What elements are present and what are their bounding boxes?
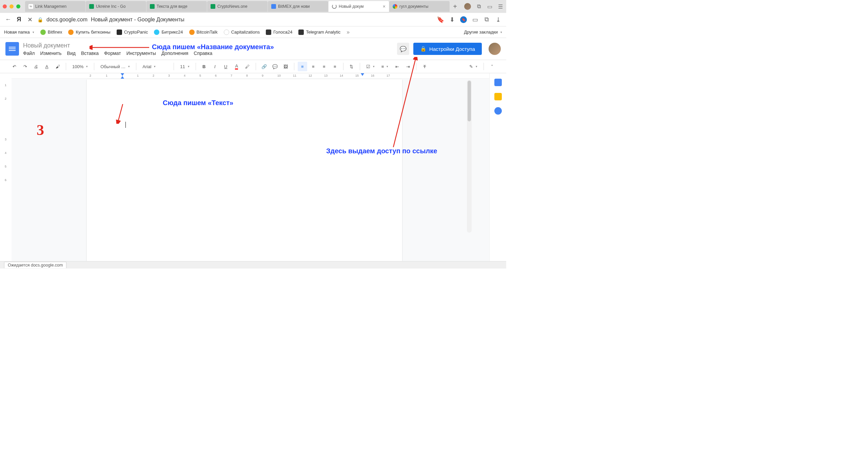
close-window-icon[interactable] [3,4,7,8]
bookmark-panel-icon[interactable]: ⧉ [476,3,482,9]
bookmark-cryptopanic[interactable]: CryptoPanic [117,29,148,35]
battery-icon[interactable]: ▭ [472,16,478,23]
ruler-tick: 12 [309,74,312,77]
bookmark-bitfinex[interactable]: Bitfinex [40,29,62,35]
tab-link-management[interactable]: toLink Managemen [25,1,85,12]
indent-marker-icon[interactable] [361,73,364,76]
comment-button[interactable]: 💬 [270,62,280,71]
docs-logo-icon[interactable] [5,42,19,56]
bookmark-telegram-analytic[interactable]: Telegram Analytic [298,29,340,35]
yandex-icon[interactable]: Я [16,16,22,23]
indent-marker-icon[interactable] [121,76,124,79]
paint-format-button[interactable]: 🖌 [53,62,62,71]
close-tab-icon[interactable]: × [383,4,386,9]
bookmark-label: Bitfinex [48,29,62,35]
fontsize-select[interactable]: 11 [177,62,192,71]
bookmark-buy-bitcoin[interactable]: Купить биткоины [68,29,110,35]
tab-googledocs-search[interactable]: гугл документы [389,1,450,12]
align-justify-button[interactable]: ≡ [330,62,340,71]
ruler-tick: 2 [153,74,154,77]
underline-button[interactable]: U [221,62,231,71]
comments-button[interactable]: 💬 [397,43,409,55]
tab-label: гугл документы [399,4,428,9]
font-select[interactable]: Arial [140,62,170,71]
bookmark-bitcointalk[interactable]: BitcoinTalk [189,29,218,35]
menu-help[interactable]: Справка [194,51,212,56]
menu-edit[interactable]: Изменить [40,51,61,56]
menu-icon[interactable]: ☰ [497,3,504,9]
indent-marker-icon[interactable] [121,73,124,76]
tab-label: BitMEX для нови [278,4,310,9]
share-button[interactable]: 🔒 Настройки Доступа [413,43,482,55]
italic-button[interactable]: I [210,62,220,71]
align-right-button[interactable]: ≡ [319,62,329,71]
image-button[interactable]: 🖼 [281,62,291,71]
download-icon[interactable]: ⤓ [495,16,501,23]
style-select[interactable]: Обычный … [98,62,133,71]
checklist-button[interactable]: ☑ [363,62,377,71]
menu-insert[interactable]: Вставка [81,51,99,56]
menu-addons[interactable]: Дополнения [161,51,188,56]
undo-button[interactable]: ↶ [9,62,19,71]
keep-icon[interactable] [494,93,502,100]
tab-texts[interactable]: Текста для виде [146,1,207,12]
tab-bar-right: ⧉ ▭ ☰ [464,3,504,10]
bulletlist-button[interactable]: ≡ [379,62,391,71]
tab-ukreine[interactable]: Ukreine Inc - Go [86,1,146,12]
document-page[interactable] [87,79,402,261]
bookmark-icon[interactable]: 🔖 [437,16,444,23]
reading-list-icon[interactable]: ▭ [487,3,493,9]
new-tab-button[interactable]: + [450,1,460,12]
calendar-icon[interactable] [494,79,502,86]
back-button[interactable]: ← [5,16,12,23]
copy-icon[interactable]: ⧉ [483,16,490,23]
other-bookmarks[interactable]: Другие закладки [464,29,502,35]
account-avatar[interactable] [489,43,501,55]
menu-file[interactable]: Файл [23,51,35,56]
font-value: Arial [142,64,151,69]
minimize-window-icon[interactable] [9,4,14,8]
scroll-thumb[interactable] [468,81,471,121]
hide-menus-button[interactable]: ˄ [487,62,497,71]
textcolor-button[interactable]: A [232,62,241,71]
zoom-select[interactable]: 100% [70,62,91,71]
print-button[interactable]: 🖨 [31,62,41,71]
clear-format-button[interactable]: T [420,62,429,71]
outdent-button[interactable]: ⇤ [392,62,402,71]
bold-button[interactable]: B [199,62,209,71]
stop-button[interactable]: ✕ [26,16,33,23]
scrollbar[interactable] [467,80,472,233]
step-number-annotation: 3 [37,121,44,139]
horizontal-ruler: 2 1 1 2 3 4 5 6 7 8 9 10 11 12 13 14 15 … [12,73,489,79]
tab-cryptonews[interactable]: CryptoNews.one [207,1,268,12]
lock-icon: 🔒 [420,46,427,52]
link-button[interactable]: 🔗 [259,62,269,71]
highlight-button[interactable]: 🖊 [243,62,252,71]
tab-bitmex[interactable]: BitMEX для нови [268,1,328,12]
align-left-button[interactable]: ≡ [298,62,307,71]
tasks-icon[interactable] [494,107,502,115]
url-field[interactable]: 🔒 docs.google.com Новый документ - Googl… [37,17,433,23]
menu-format[interactable]: Формат [104,51,121,56]
tab-newdoc[interactable]: Новый докум× [329,1,389,12]
addr-right-icons: 🔖 ⬇ 🔖 ▭ ⧉ ⤓ [437,16,501,23]
menu-view[interactable]: Вид [67,51,76,56]
ruler-tick: 4 [5,151,6,155]
bookmarks-overflow-icon[interactable]: » [347,29,350,35]
document-title[interactable]: Новый документ [23,42,393,49]
bookmark-folder[interactable]: Новая папка [4,29,34,35]
extension-icon[interactable]: 🔖 [460,16,467,23]
downloads-icon[interactable]: ⬇ [449,16,455,23]
bookmark-bitrix24[interactable]: Битрикс24 [154,29,183,35]
indent-button[interactable]: ⇥ [403,62,413,71]
align-center-button[interactable]: ≡ [309,62,318,71]
bookmark-capitalizations[interactable]: Capitalizations [224,29,260,35]
redo-button[interactable]: ↷ [20,62,30,71]
profile-icon[interactable] [464,3,471,10]
editing-mode-button[interactable]: ✎ [467,62,480,71]
line-spacing-button[interactable]: ⇅ [347,62,356,71]
zoom-window-icon[interactable] [16,4,20,8]
bookmark-golosa24[interactable]: Голоса24 [266,29,292,35]
menu-tools[interactable]: Инструменты [126,51,156,56]
spellcheck-button[interactable]: A [42,62,52,71]
